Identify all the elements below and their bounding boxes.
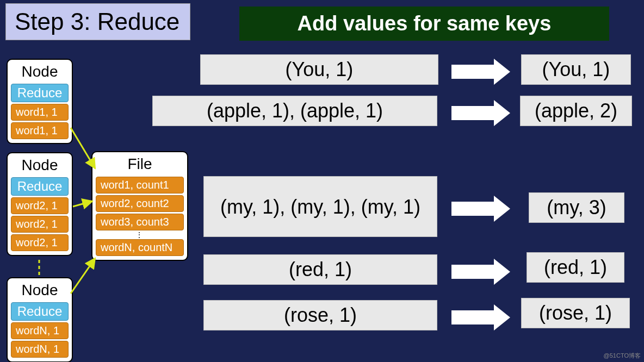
- file-box: File word1, count1 word2, count2 word3, …: [91, 151, 188, 261]
- node-box-1: Node Reduce word1, 1 word1, 1: [7, 59, 73, 144]
- ellipsis: ⋮: [95, 232, 185, 238]
- output-pair-4: (red, 1): [527, 252, 624, 283]
- file-item: word2, count2: [96, 195, 184, 212]
- watermark: @51CTO博客: [604, 352, 641, 360]
- reduce-label: Reduce: [11, 177, 69, 196]
- word-item: word1, 1: [11, 122, 69, 139]
- arrow-icon: [451, 259, 510, 285]
- reduce-label: Reduce: [11, 84, 69, 102]
- node-box-2: Node Reduce word2, 1 word2, 1 word2, 1: [7, 152, 73, 256]
- output-pair-1: (You, 1): [521, 54, 631, 85]
- arrow-icon: [451, 196, 510, 222]
- input-pair-3: (my, 1), (my, 1), (my, 1): [203, 176, 437, 237]
- file-item: word1, count1: [96, 177, 184, 194]
- svg-line-1: [73, 201, 92, 207]
- step-title: Step 3: Reduce: [5, 3, 190, 40]
- arrow-icon: [451, 304, 510, 330]
- file-item: wordN, countN: [96, 239, 184, 256]
- input-pair-5: (rose, 1): [203, 300, 437, 330]
- word-item: wordN, 1: [11, 341, 69, 358]
- input-pair-3-text: (my, 1), (my, 1), (my, 1): [220, 195, 420, 219]
- output-pair-5: (rose, 1): [521, 298, 630, 328]
- input-pair-1: (You, 1): [200, 54, 438, 85]
- file-title: File: [95, 154, 185, 175]
- subtitle: Add values for same keys: [239, 7, 609, 41]
- node-title: Node: [10, 280, 70, 301]
- arrow-icon: [451, 100, 510, 126]
- node-box-3: Node Reduce wordN, 1 wordN, 1: [7, 277, 73, 362]
- output-pair-3: (my, 3): [529, 192, 624, 223]
- file-item: word3, count3: [96, 214, 184, 230]
- reduce-label: Reduce: [11, 302, 69, 321]
- input-pair-4: (red, 1): [203, 254, 437, 285]
- input-pair-2: (apple, 1), (apple, 1): [152, 96, 437, 126]
- word-item: wordN, 1: [11, 322, 69, 339]
- node-title: Node: [10, 155, 70, 176]
- svg-line-2: [71, 258, 95, 294]
- node-title: Node: [10, 62, 70, 83]
- word-item: word2, 1: [11, 216, 69, 233]
- output-pair-2: (apple, 2): [520, 96, 632, 126]
- word-item: word2, 1: [11, 197, 69, 214]
- word-item: word2, 1: [11, 234, 69, 251]
- word-item: word1, 1: [11, 104, 69, 121]
- arrow-icon: [451, 59, 510, 85]
